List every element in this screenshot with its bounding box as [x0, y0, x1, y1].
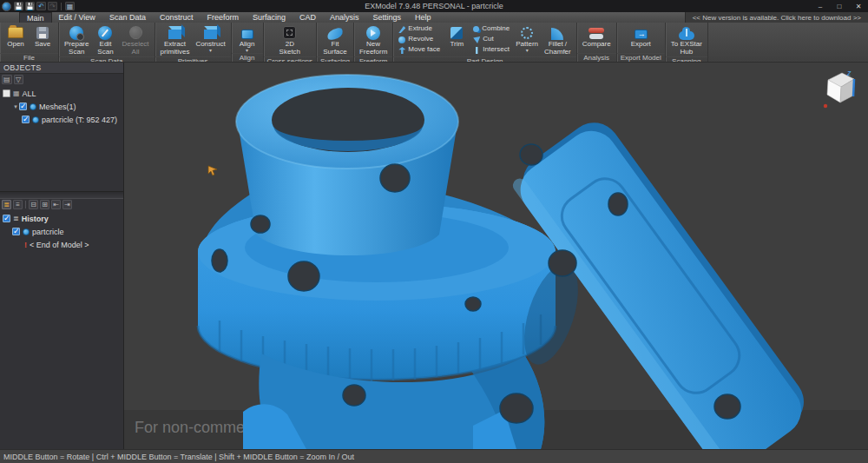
ribbon-button-move-face[interactable]: Move face — [398, 45, 440, 55]
pattern-icon — [521, 27, 533, 39]
ribbon-button-fit-surface[interactable]: Fit Surface — [320, 23, 350, 56]
ribbon-button-prepare-scan[interactable]: Prepare Scan — [62, 23, 91, 56]
fit-surface-icon — [326, 28, 344, 41]
ribbon-group-analysis: CompareAnalysis — [577, 23, 617, 62]
menu-settings[interactable]: Settings — [366, 12, 409, 23]
3d-viewport[interactable]: For non-commercial use only — [124, 63, 868, 449]
save-icon[interactable]: 💾 — [14, 2, 23, 10]
ribbon-group-primitives: Extract primitivesConstruct▾Primitives — [155, 23, 232, 62]
menu-analysis[interactable]: Analysis — [323, 12, 366, 23]
ribbon-button-combine[interactable]: Combine — [473, 24, 510, 34]
ribbon-button-intersect[interactable]: Intersect — [473, 45, 510, 55]
ribbon-group-label: Align — [232, 53, 263, 62]
ribbon-button-compare[interactable]: Compare — [580, 23, 614, 53]
save-as-icon[interactable]: 💾 — [25, 2, 35, 10]
ribbon-button-fillet-chamfer[interactable]: Fillet / Chamfer — [542, 23, 574, 56]
filter-icon[interactable]: ▽ — [14, 75, 23, 84]
ribbon-button-open[interactable]: Open — [3, 23, 29, 53]
ribbon-group-part-design: ExtrudeRevolveMove faceTrimCombineCutInt… — [393, 23, 576, 62]
menu-edit-view[interactable]: Edit / View — [52, 12, 102, 23]
move-face-icon — [398, 47, 405, 54]
menu-freeform[interactable]: Freeform — [200, 12, 246, 23]
deselect-all-icon — [129, 26, 142, 39]
fillet-chamfer-icon — [551, 28, 563, 40]
ribbon-button-construct[interactable]: Construct▾ — [193, 23, 227, 56]
menu-scan-data[interactable]: Scan Data — [102, 12, 153, 23]
model-partcricle[interactable] — [124, 63, 868, 449]
status-hint: MIDDLE Button = Rotate | Ctrl + MIDDLE B… — [3, 453, 354, 461]
ribbon-button-to-exstar-hub[interactable]: To EXStar Hub — [668, 23, 705, 56]
prepare-scan-icon — [69, 26, 83, 40]
checkbox-unchecked[interactable] — [3, 89, 10, 97]
align-icon — [241, 30, 253, 39]
ribbon-button-align[interactable]: Align▾ — [234, 23, 260, 53]
ribbon-button-new-freeform[interactable]: New Freeform — [357, 23, 390, 56]
menu-main[interactable]: Main — [19, 12, 52, 23]
go-last-icon[interactable]: ⇥ — [62, 200, 72, 209]
sort-list-icon[interactable]: ▤ — [2, 75, 12, 84]
ribbon-group-label: Part Design — [393, 56, 575, 63]
tree-item-history[interactable]: ≣History — [0, 212, 123, 225]
ribbon-button-extrude[interactable]: Extrude — [398, 24, 440, 34]
toolbar-separator — [61, 3, 62, 10]
checkbox-checked[interactable] — [19, 103, 27, 110]
checkbox-checked[interactable] — [22, 116, 30, 123]
collapse-all-icon[interactable]: ⊟ — [29, 200, 38, 209]
expander-icon[interactable]: ▾ — [12, 103, 19, 110]
maximize-icon[interactable]: □ — [830, 0, 849, 12]
ribbon-group-cross-sections: 2D SketchCross sections — [264, 23, 317, 62]
checkbox-checked[interactable] — [3, 215, 10, 222]
expand-all-icon[interactable]: ⊞ — [40, 200, 49, 209]
ribbon-group-label: Cross sections — [264, 56, 316, 63]
list-view-icon[interactable]: ≣ — [2, 200, 11, 209]
ribbon-button-export[interactable]: Export — [628, 23, 654, 53]
tree-view-icon[interactable]: ≡ — [13, 200, 23, 209]
mesh-icon — [23, 228, 30, 235]
tree-item-partcricle-t-952-427[interactable]: partcricle (T: 952 427) — [0, 113, 123, 126]
end-of-model-icon: ! — [24, 241, 27, 249]
compare-icon — [589, 28, 604, 39]
menu-construct[interactable]: Construct — [153, 12, 201, 23]
edit-scan-icon — [98, 26, 112, 40]
checkbox-checked[interactable] — [12, 228, 20, 235]
tree-item-end-of-model[interactable]: !< End of Model > — [0, 238, 123, 251]
tree-item-partcricle[interactable]: partcricle — [0, 225, 123, 238]
ribbon-group-label: Export Model — [617, 53, 665, 62]
ribbon-stack: CombineCutIntersect — [470, 23, 512, 56]
app-logo-icon — [2, 2, 11, 11]
menu-cad[interactable]: CAD — [293, 12, 323, 23]
update-notice-link[interactable]: << New version is available. Click here … — [685, 12, 868, 23]
construct-icon — [204, 30, 217, 39]
tree-item-meshes-1[interactable]: ▾Meshes(1) — [0, 100, 123, 113]
ribbon-group-surfacing: Fit SurfaceSurfacing — [317, 23, 354, 62]
panel-splitter[interactable] — [0, 191, 123, 199]
menubar: MainEdit / ViewScan DataConstructFreefor… — [0, 12, 868, 23]
ribbon-group-scanning: To EXStar HubScanning — [666, 23, 708, 62]
objects-tree: ▦ALL▾Meshes(1)partcricle (T: 952 427) — [0, 85, 123, 191]
close-icon[interactable]: ✕ — [849, 0, 868, 12]
ribbon-button-pattern[interactable]: Pattern▾ — [513, 23, 541, 56]
open-folder-icon — [8, 27, 23, 38]
ribbon-button-revolve[interactable]: Revolve — [398, 35, 440, 44]
go-first-icon[interactable]: ⇤ — [51, 200, 61, 209]
ribbon-button-cut[interactable]: Cut — [473, 35, 510, 44]
dropdown-caret-icon: ▾ — [526, 49, 529, 53]
ribbon-stack: ExtrudeRevolveMove face — [396, 23, 443, 56]
tree-item-all[interactable]: ▦ALL — [0, 87, 123, 100]
extract-primitives-icon — [168, 30, 181, 39]
ribbon-button-save[interactable]: Save — [30, 23, 56, 53]
ribbon-button-edit-scan[interactable]: Edit Scan — [92, 23, 118, 56]
objects-panel-header: OBJECTS — [0, 63, 123, 74]
menu-surfacing[interactable]: Surfacing — [246, 12, 293, 23]
ribbon-button-2d-sketch[interactable]: 2D Sketch — [277, 23, 303, 56]
mouse-cursor-icon — [207, 165, 219, 181]
ribbon-button-trim[interactable]: Trim — [444, 23, 470, 56]
menu-help[interactable]: Help — [408, 12, 438, 23]
minimize-icon[interactable]: – — [811, 0, 830, 12]
new-freeform-icon — [366, 26, 380, 40]
undo-icon[interactable]: ↶ — [36, 2, 46, 10]
ribbon-button-extract-primitives[interactable]: Extract primitives — [158, 23, 193, 56]
customize-toolbar-icon[interactable]: ▦ — [65, 2, 75, 10]
history-icon: ≣ — [13, 215, 19, 222]
view-orientation-cube[interactable]: z — [821, 68, 863, 113]
